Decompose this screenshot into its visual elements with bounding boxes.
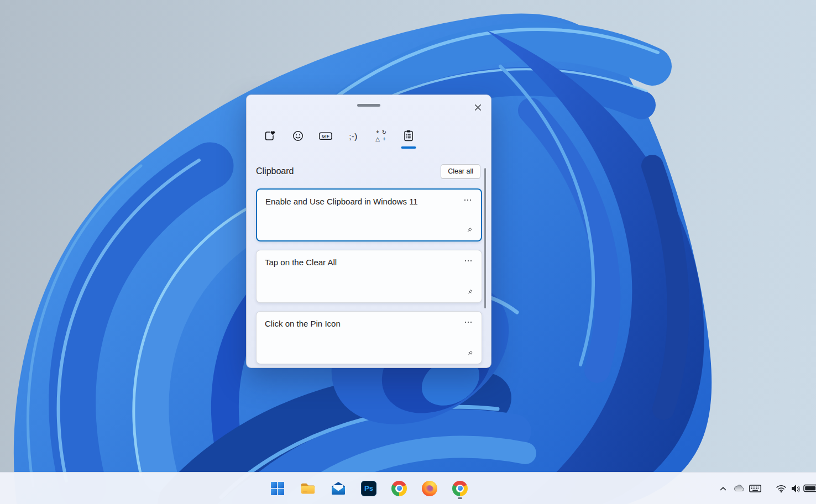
more-options-button[interactable] xyxy=(462,256,475,266)
tab-recent[interactable] xyxy=(262,126,279,146)
ellipsis-icon xyxy=(464,200,465,201)
touch-keyboard-button[interactable] xyxy=(747,473,763,504)
clipboard-header: Clipboard Clear all xyxy=(256,164,480,179)
clipboard-panel: GIF ;-) *↻△+ Clipboard Cl xyxy=(246,95,491,368)
scrollbar-thumb[interactable] xyxy=(484,168,486,308)
tab-emoji[interactable] xyxy=(290,126,306,146)
mail-button[interactable] xyxy=(327,477,349,500)
tab-kaomoji[interactable]: ;-) xyxy=(345,126,362,146)
clear-all-button[interactable]: Clear all xyxy=(441,164,480,179)
photoshop-button[interactable]: Ps xyxy=(358,477,380,500)
touch-keyboard-icon xyxy=(749,482,762,495)
onedrive-cloud-icon xyxy=(733,482,745,495)
battery-icon xyxy=(803,482,816,494)
symbols-icon: *↻△+ xyxy=(374,129,388,143)
mail-icon xyxy=(331,481,346,496)
battery-button[interactable] xyxy=(803,473,816,504)
wifi-button[interactable] xyxy=(773,473,789,504)
more-options-button[interactable] xyxy=(461,195,474,205)
chrome-icon xyxy=(391,481,407,496)
chrome-button[interactable] xyxy=(388,477,410,500)
pin-icon xyxy=(467,225,472,235)
picker-tab-bar: GIF ;-) *↻△+ xyxy=(262,126,417,146)
clipboard-item-text: Click on the Pin Icon xyxy=(265,319,455,328)
file-explorer-icon xyxy=(300,480,316,497)
file-explorer-button[interactable] xyxy=(297,477,319,500)
pin-button[interactable] xyxy=(464,286,476,298)
pin-button[interactable] xyxy=(464,347,476,359)
chrome-button-active[interactable] xyxy=(449,477,471,500)
clipboard-item-list: Enable and Use Clipboard in Windows 11 T… xyxy=(256,188,482,364)
tab-clipboard[interactable] xyxy=(400,126,417,146)
wifi-icon xyxy=(775,482,787,495)
ellipsis-icon xyxy=(465,260,466,262)
more-options-button[interactable] xyxy=(462,317,475,327)
photoshop-icon: Ps xyxy=(361,481,376,496)
tray-overflow-button[interactable] xyxy=(715,473,731,504)
chrome-icon xyxy=(452,481,468,496)
ellipsis-icon xyxy=(465,322,466,323)
page-title: Clipboard xyxy=(256,166,294,176)
taskbar: Ps xyxy=(0,472,816,504)
gif-icon: GIF xyxy=(318,129,333,143)
firefox-icon xyxy=(422,481,437,496)
close-icon xyxy=(473,103,483,112)
svg-text:GIF: GIF xyxy=(322,134,329,139)
clipboard-icon xyxy=(402,129,415,143)
pin-icon xyxy=(467,287,473,297)
pin-icon xyxy=(467,349,473,358)
tab-symbols[interactable]: *↻△+ xyxy=(373,126,389,146)
volume-button[interactable] xyxy=(788,473,804,504)
onedrive-button[interactable] xyxy=(731,473,747,504)
clipboard-item-text: Enable and Use Clipboard in Windows 11 xyxy=(265,197,454,206)
clipboard-item-text: Tap on the Clear All xyxy=(265,258,455,267)
emoji-smiley-icon xyxy=(291,129,305,143)
recent-clipboard-heart-icon xyxy=(264,129,277,143)
tab-gif[interactable]: GIF xyxy=(317,126,334,146)
running-app-indicator xyxy=(458,497,462,499)
chevron-up-icon xyxy=(718,484,728,494)
volume-icon xyxy=(790,482,802,495)
windows-start-icon xyxy=(270,481,285,496)
kaomoji-icon: ;-) xyxy=(349,132,358,141)
drag-handle[interactable] xyxy=(357,104,380,107)
clipboard-item[interactable]: Enable and Use Clipboard in Windows 11 xyxy=(256,188,482,242)
taskbar-app-group: Ps xyxy=(266,473,471,504)
clipboard-item[interactable]: Click on the Pin Icon xyxy=(256,311,482,364)
close-button[interactable] xyxy=(469,99,486,116)
firefox-button[interactable] xyxy=(419,477,441,500)
start-button[interactable] xyxy=(266,477,289,500)
selected-tab-indicator xyxy=(401,146,416,149)
pin-button[interactable] xyxy=(463,224,475,236)
clipboard-item[interactable]: Tap on the Clear All xyxy=(256,250,482,303)
